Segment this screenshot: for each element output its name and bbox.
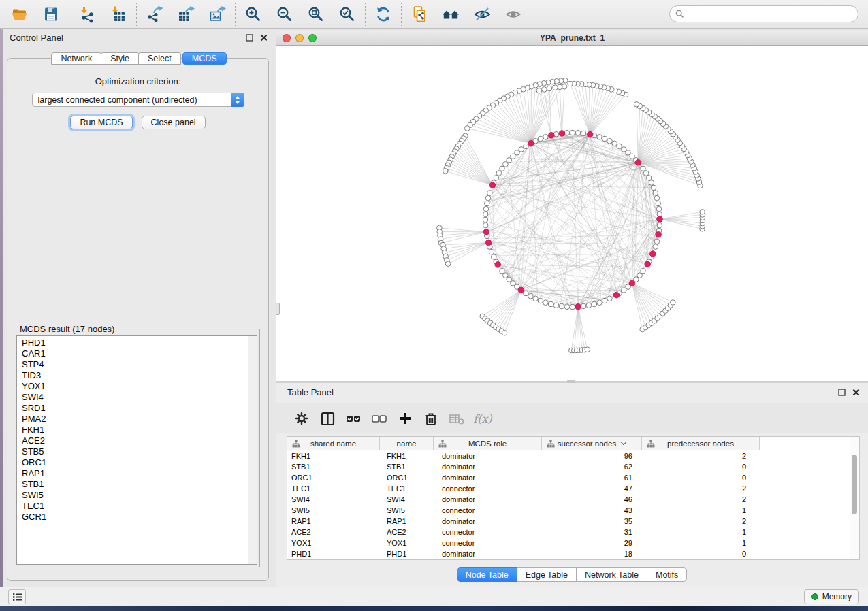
add-row-button[interactable] <box>392 408 418 429</box>
search-input[interactable] <box>688 10 852 19</box>
zoom-out-button[interactable] <box>269 2 300 27</box>
deselect-all-button[interactable] <box>366 408 392 429</box>
table-scrollbar[interactable] <box>850 437 859 559</box>
network-node[interactable] <box>543 134 549 139</box>
import-table-button[interactable] <box>103 2 134 27</box>
network-node[interactable] <box>502 330 507 335</box>
export-image-button[interactable] <box>202 2 233 27</box>
import-network-button[interactable] <box>71 2 103 27</box>
network-node[interactable] <box>547 86 552 91</box>
network-node[interactable] <box>483 206 489 212</box>
mcds-network-node[interactable] <box>629 280 635 286</box>
mcds-network-node[interactable] <box>650 251 656 257</box>
column-header-predecessor-nodes[interactable]: predecessor nodes <box>642 437 760 450</box>
show-panel-button[interactable] <box>498 2 529 27</box>
network-node[interactable] <box>483 212 488 217</box>
run-mcds-button[interactable]: Run MCDS <box>70 116 132 129</box>
network-node[interactable] <box>489 249 494 254</box>
mcds-result-item[interactable]: ORC1 <box>22 457 248 468</box>
network-node[interactable] <box>570 130 575 135</box>
table-row[interactable]: ACE2ACE2connector311 <box>287 527 859 538</box>
mcds-result-item[interactable]: FKH1 <box>22 425 248 435</box>
table-row[interactable]: TEC1TEC1connector472 <box>287 483 859 494</box>
network-node[interactable] <box>496 171 502 176</box>
function-builder-button[interactable]: f(x) <box>470 408 496 429</box>
network-node[interactable] <box>548 301 553 307</box>
mcds-network-node[interactable] <box>485 240 492 246</box>
network-node[interactable] <box>621 288 626 293</box>
network-node[interactable] <box>637 273 643 278</box>
network-node[interactable] <box>621 147 626 152</box>
network-node[interactable] <box>533 296 539 301</box>
network-node[interactable] <box>484 201 489 206</box>
network-node[interactable] <box>524 144 529 149</box>
mcds-result-item[interactable]: STP4 <box>22 359 248 370</box>
refresh-button[interactable] <box>368 2 399 27</box>
mcds-network-node[interactable] <box>489 182 496 188</box>
mcds-result-item[interactable]: YOX1 <box>22 381 248 392</box>
mcds-network-node[interactable] <box>635 159 641 165</box>
network-node[interactable] <box>528 293 534 299</box>
tab-style[interactable]: Style <box>101 52 139 65</box>
close-table-panel-button[interactable] <box>851 387 861 397</box>
mcds-network-node[interactable] <box>483 229 489 235</box>
mcds-result-item[interactable]: GCR1 <box>22 512 248 523</box>
network-node[interactable] <box>653 191 658 196</box>
network-node[interactable] <box>585 347 590 352</box>
mcds-network-node[interactable] <box>575 303 581 310</box>
mcds-result-item[interactable]: SRD1 <box>22 403 248 414</box>
table-row[interactable]: YOX1YOX1connector291 <box>287 538 859 548</box>
network-node[interactable] <box>656 201 661 206</box>
save-session-button[interactable] <box>35 2 67 27</box>
zoom-in-button[interactable] <box>238 2 269 27</box>
network-node[interactable] <box>700 210 705 215</box>
select-all-button[interactable] <box>340 408 366 429</box>
network-node[interactable] <box>553 85 558 90</box>
table-settings-button[interactable] <box>289 408 315 429</box>
network-canvas[interactable] <box>276 46 868 381</box>
criterion-dropdown[interactable]: largest connected component (undirected) <box>32 93 244 107</box>
tab-select[interactable]: Select <box>138 52 181 65</box>
tab-edge-table[interactable]: Edge Table <box>517 567 577 582</box>
column-header-shared-name[interactable]: shared name <box>287 437 380 450</box>
network-node[interactable] <box>634 102 639 108</box>
memory-button[interactable]: Memory <box>804 589 859 604</box>
mcds-network-node[interactable] <box>528 140 534 146</box>
mcds-network-node[interactable] <box>518 287 524 293</box>
network-node[interactable] <box>653 244 658 250</box>
mcds-result-item[interactable]: PMA2 <box>22 414 248 425</box>
network-node[interactable] <box>564 130 570 135</box>
network-node[interactable] <box>487 191 492 196</box>
close-panel-action-button[interactable]: Close panel <box>142 116 206 129</box>
mcds-result-item[interactable]: SWI5 <box>22 490 248 501</box>
delete-rows-button[interactable] <box>418 408 444 429</box>
network-node[interactable] <box>626 150 631 156</box>
mcds-network-node[interactable] <box>559 131 565 137</box>
column-header-name[interactable]: name <box>380 437 434 450</box>
tab-network[interactable]: Network <box>51 52 101 65</box>
export-table-button[interactable] <box>170 2 202 27</box>
network-node[interactable] <box>559 303 564 309</box>
mcds-list-scrollbar[interactable] <box>248 336 257 564</box>
mcds-result-item[interactable]: ACE2 <box>22 435 248 446</box>
zoom-selected-button[interactable] <box>332 2 363 27</box>
network-node[interactable] <box>641 166 646 171</box>
zoom-fit-button[interactable] <box>300 2 332 27</box>
table-scrollbar-thumb[interactable] <box>852 455 857 514</box>
mcds-network-node[interactable] <box>549 133 555 139</box>
network-node[interactable] <box>524 291 529 296</box>
network-node[interactable] <box>542 87 547 93</box>
vertical-splitter-handle[interactable] <box>276 303 280 315</box>
table-row[interactable]: RAP1RAP1dominator352 <box>287 516 859 527</box>
tab-node-table[interactable]: Node Table <box>457 567 517 582</box>
delete-table-button[interactable] <box>444 408 470 429</box>
network-node[interactable] <box>568 81 573 86</box>
network-node[interactable] <box>500 268 505 274</box>
table-row[interactable]: STB1STB1dominator620 <box>287 461 859 472</box>
network-node[interactable] <box>445 261 451 267</box>
network-node[interactable] <box>553 303 559 308</box>
network-node[interactable] <box>656 206 662 212</box>
mcds-network-node[interactable] <box>587 131 593 137</box>
network-node[interactable] <box>519 147 524 152</box>
network-node[interactable] <box>485 195 491 201</box>
